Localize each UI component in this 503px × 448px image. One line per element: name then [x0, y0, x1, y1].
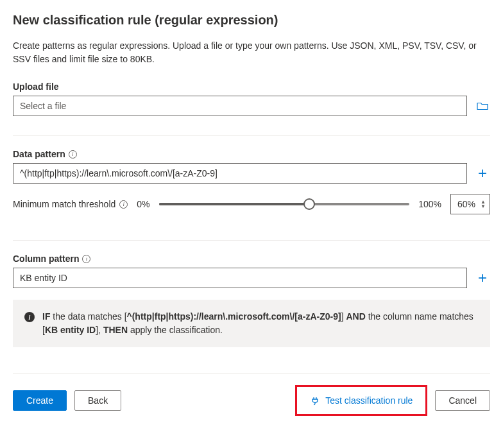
info-icon[interactable]: i	[82, 255, 90, 263]
add-data-pattern-button[interactable]: +	[475, 166, 490, 181]
data-pattern-label: Data pattern i	[13, 149, 490, 159]
plus-icon: +	[478, 166, 487, 181]
rule-summary: i IF the data matches [^(http|ftp|https)…	[13, 300, 490, 347]
plug-icon	[310, 395, 320, 406]
threshold-slider[interactable]	[159, 203, 410, 205]
divider	[13, 240, 490, 241]
upload-file-input[interactable]	[13, 96, 467, 116]
create-button[interactable]: Create	[13, 390, 67, 411]
test-classification-button[interactable]: Test classification rule	[298, 389, 424, 412]
page-title: New classification rule (regular express…	[13, 13, 490, 28]
info-icon[interactable]: i	[69, 150, 77, 159]
threshold-label: Minimum match threshold i	[13, 199, 128, 209]
add-column-pattern-button[interactable]: +	[475, 270, 490, 286]
info-icon[interactable]: i	[119, 200, 128, 209]
divider	[13, 135, 490, 136]
cancel-button[interactable]: Cancel	[435, 390, 490, 411]
threshold-value-input[interactable]: 60% ▲ ▼	[450, 194, 490, 214]
page-description: Create patterns as regular expressions. …	[13, 39, 490, 66]
info-filled-icon: i	[24, 312, 35, 322]
column-pattern-input[interactable]	[13, 268, 467, 288]
data-pattern-input[interactable]	[13, 163, 467, 184]
plus-icon: +	[478, 270, 487, 286]
browse-folder-icon[interactable]	[475, 98, 490, 114]
slider-thumb[interactable]	[303, 198, 315, 210]
threshold-max: 100%	[418, 199, 441, 209]
column-pattern-label: Column pattern i	[13, 254, 490, 264]
highlight-annotation: Test classification rule	[295, 385, 427, 416]
upload-label: Upload file	[13, 82, 490, 92]
chevron-down-icon[interactable]: ▼	[481, 204, 486, 209]
back-button[interactable]: Back	[74, 390, 121, 411]
threshold-min: 0%	[137, 199, 149, 209]
